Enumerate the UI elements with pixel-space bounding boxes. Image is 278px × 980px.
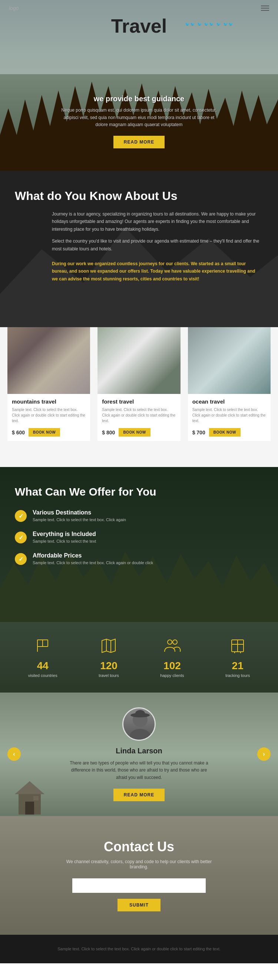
stats-section: 44 visited countries 120 travel tours bbox=[0, 622, 278, 692]
svg-point-6 bbox=[168, 640, 172, 644]
people-icon bbox=[160, 637, 184, 657]
offer-item-title-0: Various Destinations bbox=[33, 509, 126, 516]
hero-title: Travel bbox=[111, 15, 167, 37]
contact-submit-button[interactable]: SUBMIT bbox=[118, 899, 160, 912]
hero-subtitle: we provide best guidance bbox=[61, 95, 217, 103]
offer-section: What Can We Offer for You Various Destin… bbox=[0, 467, 278, 622]
svg-marker-3 bbox=[102, 639, 115, 652]
offer-item-text-2: Affordable Prices Sample text. Click to … bbox=[33, 552, 153, 565]
stat-number-3: 21 bbox=[226, 660, 250, 672]
compass-icon bbox=[226, 637, 250, 657]
testimonial-content: Linda Larson There are two types of peop… bbox=[39, 692, 239, 816]
svg-rect-16 bbox=[33, 796, 38, 800]
stat-number-0: 44 bbox=[28, 660, 57, 672]
testimonial-section: ‹ Linda Larson There are two types of pe… bbox=[0, 692, 278, 816]
hero-text-container: we provide best guidance Neque porro qui… bbox=[61, 95, 217, 148]
testimonial-prev-button[interactable]: ‹ bbox=[7, 748, 21, 761]
stat-label-3: tracking tours bbox=[226, 673, 250, 678]
tour-image-forest-bg bbox=[97, 327, 180, 394]
hamburger-line2 bbox=[261, 8, 269, 8]
contact-title: Contact Us bbox=[65, 839, 213, 854]
avatar bbox=[122, 707, 156, 741]
avatar-svg bbox=[124, 708, 156, 741]
tour-name-mountains: mountains travel bbox=[12, 398, 86, 405]
offer-item-text-1: Everything is Included Sample text. Clic… bbox=[33, 531, 96, 543]
contact-desc: We channel creativity, colors, copy and … bbox=[65, 859, 213, 869]
offer-item-title-2: Affordable Prices bbox=[33, 552, 153, 559]
hamburger-line1 bbox=[261, 6, 269, 6]
svg-rect-15 bbox=[25, 802, 34, 815]
offer-item-desc-1: Sample text. Click to select the text bbox=[33, 539, 96, 543]
tour-price-forest: $ 800 bbox=[102, 430, 115, 436]
svg-rect-20 bbox=[135, 710, 145, 717]
avatar-image bbox=[124, 708, 154, 740]
about-highlight: During our work we organized countless j… bbox=[52, 260, 259, 283]
tour-image-mountains-bg bbox=[7, 327, 90, 394]
about-paragraph2: Select the country you'd like to visit a… bbox=[52, 237, 259, 253]
contact-content: Contact Us We channel creativity, colors… bbox=[65, 839, 213, 912]
offer-item-2: Affordable Prices Sample text. Click to … bbox=[15, 552, 263, 565]
tour-footer-forest: $ 800 BOOK NOW bbox=[102, 428, 176, 437]
stat-item-3: 21 tracking tours bbox=[226, 637, 250, 678]
tour-desc-ocean: Sample text. Click to select the text bo… bbox=[192, 407, 266, 423]
tour-card-mountains: mountains travel Sample text. Click to s… bbox=[7, 327, 90, 441]
tour-desc-mountains: Sample text. Click to select the text bo… bbox=[12, 407, 86, 423]
hero-birds: 🐦🐦 🐦 🐦🐦 🐦 🐦🐦 bbox=[185, 22, 234, 26]
hero-section: 🐦🐦 🐦 🐦🐦 🐦 🐦🐦 Travel we provide best guid… bbox=[0, 0, 278, 171]
stat-label-0: visited countries bbox=[28, 673, 57, 678]
check-icon-2 bbox=[15, 553, 27, 565]
tour-book-forest[interactable]: BOOK NOW bbox=[119, 428, 150, 437]
tour-footer-ocean: $ 700 BOOK NOW bbox=[192, 428, 266, 437]
flag-icon bbox=[28, 637, 57, 657]
offer-item-title-1: Everything is Included bbox=[33, 531, 96, 538]
tour-footer-mountains: $ 600 BOOK NOW bbox=[12, 428, 86, 437]
testimonial-cta-button[interactable]: READ MORE bbox=[113, 789, 165, 801]
contact-section: Contact Us We channel creativity, colors… bbox=[0, 816, 278, 935]
svg-point-18 bbox=[130, 729, 151, 741]
logo: logo bbox=[9, 5, 19, 11]
about-paragraph1: Journey is a tour agency, specializing i… bbox=[52, 210, 259, 233]
tour-name-ocean: ocean travel bbox=[192, 398, 266, 405]
offer-title: What Can We Offer for You bbox=[15, 485, 263, 498]
hero-description: Neque porro quisquam est, qui dolorem ip… bbox=[61, 107, 217, 128]
offer-item-desc-0: Sample text. Click to select the text bo… bbox=[33, 517, 126, 522]
footer-text: Sample text. Click to select the text bo… bbox=[15, 946, 263, 953]
testimonial-name: Linda Larson bbox=[116, 747, 162, 755]
hamburger-menu[interactable] bbox=[261, 6, 269, 11]
map-icon bbox=[98, 637, 119, 657]
tour-card-ocean: ocean travel Sample text. Click to selec… bbox=[188, 327, 271, 441]
tour-image-ocean-bg bbox=[188, 327, 271, 394]
hamburger-line3 bbox=[261, 10, 269, 11]
tour-price-ocean: $ 700 bbox=[192, 430, 205, 436]
tour-book-ocean[interactable]: BOOK NOW bbox=[209, 428, 241, 437]
map-svg bbox=[100, 637, 118, 655]
offer-item-1: Everything is Included Sample text. Clic… bbox=[15, 531, 263, 543]
footer: Sample text. Click to select the text bo… bbox=[0, 935, 278, 964]
stat-label-2: happy clients bbox=[160, 673, 184, 678]
flag-svg bbox=[34, 637, 51, 655]
stat-item-2: 102 happy clients bbox=[160, 637, 184, 678]
offer-item-text-0: Various Destinations Sample text. Click … bbox=[33, 509, 126, 522]
hero-cta-button[interactable]: READ MORE bbox=[113, 136, 165, 148]
contact-input[interactable] bbox=[72, 878, 206, 893]
about-title: What do You Know About Us bbox=[15, 189, 263, 203]
stat-number-1: 120 bbox=[98, 660, 119, 672]
stat-label-1: travel tours bbox=[98, 673, 119, 678]
tour-book-mountains[interactable]: BOOK NOW bbox=[29, 428, 60, 437]
people-svg bbox=[163, 637, 181, 655]
tour-image-forest bbox=[97, 327, 180, 394]
tour-info-ocean: ocean travel Sample text. Click to selec… bbox=[188, 394, 271, 441]
offer-item-0: Various Destinations Sample text. Click … bbox=[15, 509, 263, 522]
tour-info-mountains: mountains travel Sample text. Click to s… bbox=[7, 394, 90, 441]
stat-number-2: 102 bbox=[160, 660, 184, 672]
stat-item-1: 120 travel tours bbox=[98, 637, 119, 678]
testimonial-text: There are two types of people who will t… bbox=[68, 760, 210, 781]
testimonial-next-button[interactable]: › bbox=[257, 748, 271, 761]
tour-desc-forest: Sample text. Click to select the text bo… bbox=[102, 407, 176, 423]
offer-content: What Can We Offer for You Various Destin… bbox=[15, 485, 263, 565]
stat-item-0: 44 visited countries bbox=[28, 637, 57, 678]
svg-point-7 bbox=[173, 640, 177, 644]
tour-price-mountains: $ 600 bbox=[12, 430, 25, 436]
tours-section: mountains travel Sample text. Click to s… bbox=[0, 327, 278, 467]
about-section: What do You Know About Us Journey is a t… bbox=[0, 171, 278, 327]
